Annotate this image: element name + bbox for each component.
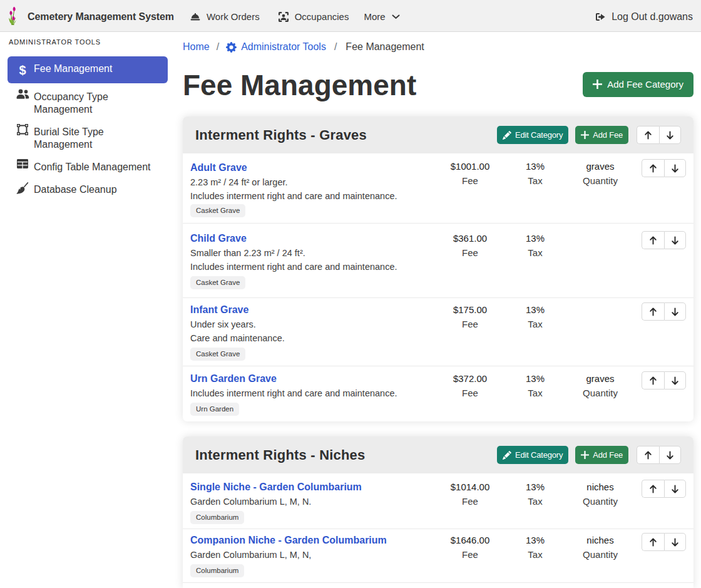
svg-text:$: $ xyxy=(19,63,26,77)
